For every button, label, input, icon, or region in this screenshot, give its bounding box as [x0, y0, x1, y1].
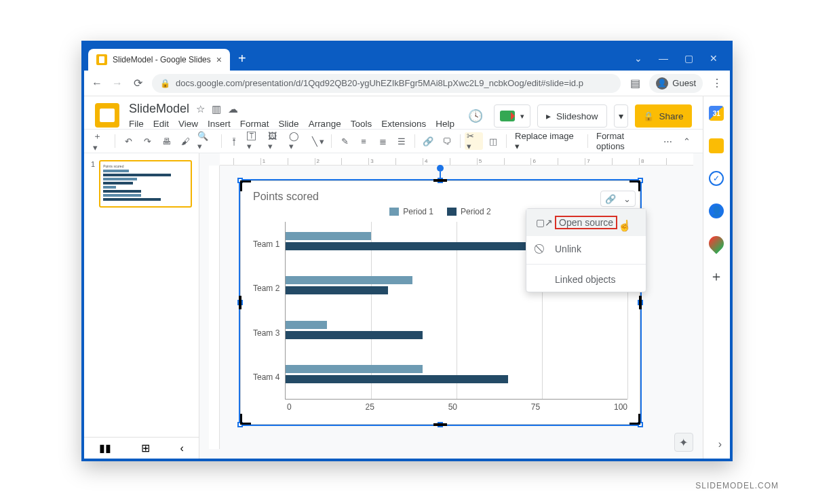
- editor-area: 1 Points scored ▮▮ ⊞ ‹: [84, 153, 703, 459]
- chevron-down-icon: ▾: [520, 112, 524, 121]
- zoom-icon[interactable]: 🔍 ▾: [195, 132, 217, 150]
- menu-tools[interactable]: Tools: [351, 119, 372, 129]
- menu-help[interactable]: Help: [435, 119, 454, 129]
- avatar-icon: 👤: [656, 77, 668, 90]
- move-icon[interactable]: ▥: [212, 103, 221, 115]
- keep-icon[interactable]: [709, 138, 724, 153]
- calendar-icon[interactable]: 31: [709, 106, 724, 121]
- crop-icon[interactable]: ✂ ▾: [465, 132, 483, 150]
- new-tab-button[interactable]: +: [230, 51, 254, 71]
- crop-edge[interactable]: [639, 296, 642, 309]
- minimize-icon[interactable]: —: [659, 53, 668, 64]
- textbox-icon[interactable]: 🅃 ▾: [245, 132, 265, 150]
- crop-edge[interactable]: [433, 423, 447, 426]
- legend-label: Period 1: [403, 207, 433, 216]
- align2-icon[interactable]: ≣: [374, 132, 391, 150]
- more-icon[interactable]: ⋯: [659, 132, 677, 150]
- cloud-icon[interactable]: ☁: [228, 103, 238, 115]
- line-icon[interactable]: ╲ ▾: [309, 132, 327, 150]
- image-icon[interactable]: 🖼 ▾: [266, 132, 286, 150]
- menu-file[interactable]: File: [129, 119, 144, 129]
- reload-icon[interactable]: ⟳: [132, 77, 144, 90]
- replace-image-button[interactable]: Replace image ▾: [511, 131, 583, 151]
- paint-format-icon[interactable]: 🖌: [176, 132, 194, 150]
- dropdown-caret-icon[interactable]: ⌄: [634, 53, 642, 64]
- shape-icon[interactable]: ◯ ▾: [287, 132, 308, 150]
- url-text: docs.google.com/presentation/d/1Qqd92QB2…: [176, 78, 583, 88]
- comment-icon[interactable]: 🗨: [438, 132, 456, 150]
- open-external-icon: ▢↗: [536, 217, 547, 228]
- rail-toggle-icon[interactable]: ›: [718, 438, 722, 450]
- menu-insert[interactable]: Insert: [208, 119, 231, 129]
- crop-corner[interactable]: [629, 414, 640, 425]
- addons-plus-icon[interactable]: ＋: [709, 269, 724, 284]
- kebab-icon[interactable]: ⋮: [711, 77, 723, 90]
- doc-title[interactable]: SlideModel: [129, 102, 189, 116]
- select-tool-icon[interactable]: ⭱: [226, 132, 244, 150]
- menu-edit[interactable]: Edit: [153, 119, 169, 129]
- link-icon[interactable]: 🔗: [419, 132, 437, 150]
- url-field[interactable]: 🔒 docs.google.com/presentation/d/1Qqd92Q…: [152, 74, 621, 93]
- crop-corner[interactable]: [240, 180, 251, 191]
- undo-icon[interactable]: ↶: [119, 132, 137, 150]
- mask-icon[interactable]: ◫: [484, 132, 502, 150]
- redo-icon[interactable]: ↷: [138, 132, 156, 150]
- bar: [286, 331, 422, 339]
- collapse-toolbar-icon[interactable]: ⌃: [678, 132, 696, 150]
- legend-swatch: [447, 208, 457, 216]
- contacts-icon[interactable]: 👤: [709, 203, 724, 218]
- history-icon[interactable]: 🕓: [464, 104, 487, 128]
- side-panel-rail: 31 ✓ 👤 ＋ ›: [703, 96, 730, 459]
- grid-view-icon[interactable]: ⊞: [141, 442, 150, 454]
- open-source-item[interactable]: ▢↗ Open source: [526, 209, 646, 236]
- x-axis-labels: 0255075100: [253, 400, 627, 412]
- bar: [286, 365, 422, 373]
- meet-button[interactable]: ▾: [494, 104, 530, 128]
- slide-canvas[interactable]: 🔗 ⌄ ▢↗ Open source ⃠ Unlink: [240, 180, 640, 425]
- linked-objects-item[interactable]: Linked objects: [526, 267, 646, 292]
- forward-icon[interactable]: →: [111, 77, 123, 90]
- menu-format[interactable]: Format: [240, 119, 269, 129]
- crop-corner[interactable]: [240, 414, 251, 425]
- slideshow-button[interactable]: ▸ Slideshow: [537, 104, 607, 128]
- menu-extensions[interactable]: Extensions: [381, 119, 426, 129]
- star-icon[interactable]: ☆: [196, 103, 205, 115]
- share-label: Share: [659, 111, 684, 121]
- format-options-button[interactable]: Format options: [592, 131, 658, 151]
- slides-logo-icon[interactable]: [95, 103, 119, 128]
- crop-corner[interactable]: [629, 180, 640, 191]
- close-tab-icon[interactable]: ×: [216, 54, 222, 65]
- menu-view[interactable]: View: [178, 119, 198, 129]
- linked-chart-menu: ▢↗ Open source ⃠ Unlink Linked objects: [526, 208, 646, 292]
- crop-edge[interactable]: [433, 179, 447, 182]
- rotate-handle[interactable]: [437, 165, 444, 172]
- explore-button[interactable]: ✦: [674, 433, 693, 452]
- thumbnail-panel: 1 Points scored: [84, 153, 199, 459]
- share-button[interactable]: 🔒 Share: [635, 104, 692, 128]
- crop-edge[interactable]: [239, 296, 241, 309]
- menu-slide[interactable]: Slide: [279, 119, 299, 129]
- close-window-icon[interactable]: ✕: [710, 53, 718, 64]
- reader-icon[interactable]: ▤: [629, 77, 641, 90]
- back-icon[interactable]: ←: [91, 77, 103, 90]
- slide-thumbnail[interactable]: 1 Points scored: [91, 160, 192, 208]
- collapse-thumb-icon[interactable]: ‹: [180, 442, 184, 454]
- tasks-icon[interactable]: ✓: [709, 171, 724, 186]
- play-icon: ▸: [546, 111, 551, 121]
- pen-icon[interactable]: ✎: [336, 132, 353, 150]
- filmstrip-view-icon[interactable]: ▮▮: [99, 442, 111, 454]
- spacing-icon[interactable]: ☰: [393, 132, 410, 150]
- thumb-number: 1: [91, 160, 95, 208]
- slideshow-dropdown[interactable]: ▾: [614, 104, 628, 128]
- print-icon[interactable]: 🖶: [157, 132, 175, 150]
- maximize-icon[interactable]: ▢: [684, 53, 693, 64]
- maps-icon[interactable]: [706, 233, 727, 254]
- menu-arrange[interactable]: Arrange: [309, 119, 341, 129]
- browser-tab[interactable]: SlideModel - Google Slides ×: [88, 49, 230, 71]
- canvas-area[interactable]: 12345678: [199, 153, 703, 459]
- unlink-item[interactable]: ⃠ Unlink: [526, 236, 646, 261]
- window-controls: ⌄ — ▢ ✕: [622, 53, 730, 71]
- align-icon[interactable]: ≡: [355, 132, 372, 150]
- profile-chip[interactable]: 👤 Guest: [649, 74, 703, 93]
- new-slide-button[interactable]: ＋ ▾: [91, 132, 111, 150]
